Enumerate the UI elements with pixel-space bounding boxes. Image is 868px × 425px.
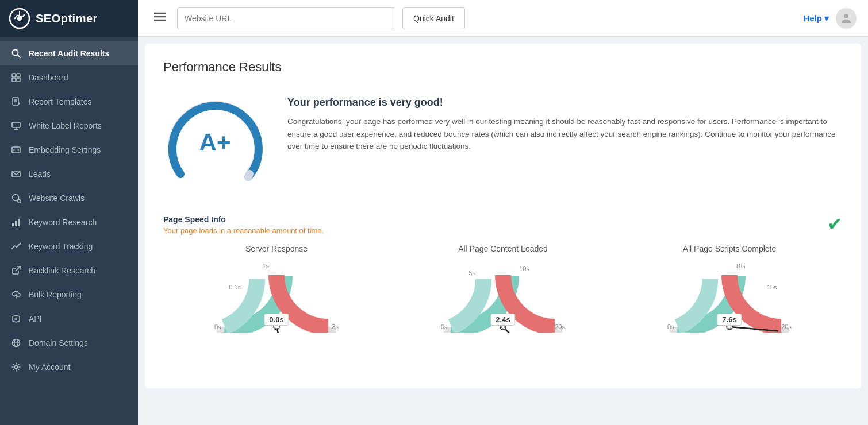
svg-point-28 (15, 366, 18, 369)
sidebar-nav: Recent Audit Results Dashboard Report Te… (0, 37, 138, 425)
svg-point-32 (844, 14, 848, 18)
logo-area[interactable]: SEOptimer (0, 0, 138, 37)
svg-line-23 (16, 266, 20, 271)
svg-text:{}: {} (14, 317, 17, 320)
svg-text:10s: 10s (735, 262, 746, 269)
gauge-wrap-server-response: 0s0.5s1s3s 0.0s (213, 258, 340, 333)
sidebar-item-label: API (29, 314, 42, 323)
sidebar-item-label: Embedding Settings (29, 145, 101, 154)
grade-circle: A+ (163, 91, 267, 194)
gauge-title-server-response: Server Response (245, 244, 308, 253)
svg-rect-15 (12, 171, 20, 177)
logo-text: SEOptimer (36, 12, 98, 25)
mail-icon (10, 168, 22, 180)
svg-text:1s: 1s (262, 262, 269, 269)
sidebar-item-my-account[interactable]: My Account (0, 355, 138, 379)
sidebar-item-domain-settings[interactable]: Domain Settings (0, 331, 138, 355)
svg-text:10s: 10s (519, 265, 529, 272)
sidebar-item-label: Report Templates (29, 97, 91, 106)
tracking-icon (10, 241, 22, 252)
sidebar-item-dashboard[interactable]: Dashboard (0, 65, 138, 90)
performance-headline: Your performance is very good! (287, 96, 843, 109)
performance-description: Congratulations, your page has performed… (287, 115, 843, 153)
svg-line-18 (20, 202, 21, 203)
gauge-title-page-scripts: All Page Scripts Complete (683, 244, 777, 253)
hamburger-button[interactable] (149, 7, 170, 29)
quick-audit-button[interactable]: Quick Audit (402, 7, 465, 29)
checkmark-icon: ✔ (827, 215, 843, 233)
gauge-wrap-page-content: 0s5s10s20s 2.4s (440, 258, 566, 333)
sidebar-item-label: Website Crawls (29, 194, 85, 203)
svg-text:20s: 20s (781, 323, 792, 330)
gauge-value-server-response: 0.0s (264, 314, 289, 326)
sidebar-item-label: Recent Audit Results (29, 49, 109, 58)
sidebar-item-label: Dashboard (29, 73, 68, 82)
sidebar-item-bulk-reporting[interactable]: Bulk Reporting (0, 283, 138, 307)
svg-text:0s: 0s (667, 323, 674, 330)
svg-text:20s: 20s (555, 323, 565, 330)
sidebar-item-website-crawls[interactable]: Website Crawls (0, 186, 138, 210)
main-area: Quick Audit Help ▾ Performance Results (138, 0, 868, 425)
sidebar-item-report-templates[interactable]: Report Templates (0, 90, 138, 114)
search-icon (10, 48, 22, 59)
gauge-wrap-page-scripts: 0s10s15s20s 7.6s (666, 258, 793, 333)
globe-icon (10, 337, 22, 349)
sidebar-item-keyword-tracking[interactable]: Keyword Tracking (0, 234, 138, 258)
sidebar-item-api[interactable]: {} API (0, 307, 138, 331)
globe-search-icon (10, 192, 22, 204)
user-avatar[interactable] (836, 8, 857, 29)
gear-icon (10, 361, 22, 373)
svg-text:5s: 5s (468, 269, 475, 276)
sidebar-item-label: My Account (29, 362, 70, 372)
gauge-page-scripts: All Page Scripts Complete 0s10s15s20s 7.… (616, 244, 843, 333)
monitor-icon (10, 120, 22, 132)
svg-rect-19 (12, 223, 14, 226)
help-button[interactable]: Help ▾ (803, 13, 829, 24)
content-area: Performance Results A+ You (138, 37, 868, 425)
svg-rect-4 (12, 74, 16, 77)
seoptimer-logo-icon (9, 8, 30, 29)
svg-point-1 (17, 16, 22, 21)
svg-text:0.5s: 0.5s (229, 284, 241, 291)
page-speed-title: Page Speed Info (163, 215, 324, 224)
gauge-value-page-scripts: 7.6s (717, 314, 742, 326)
sidebar-item-white-label[interactable]: White Label Reports (0, 114, 138, 138)
page-speed-subtitle: Your page loads in a reasonable amount o… (163, 226, 324, 235)
cloud-upload-icon (10, 289, 22, 300)
content-inner: Performance Results A+ You (145, 44, 861, 388)
sidebar-item-backlink-research[interactable]: Backlink Research (0, 258, 138, 283)
page-title: Performance Results (163, 60, 843, 75)
page-speed-section: Page Speed Info Your page loads in a rea… (163, 215, 843, 333)
svg-rect-21 (18, 219, 20, 226)
svg-rect-20 (15, 221, 17, 226)
svg-text:3s: 3s (332, 323, 339, 330)
svg-rect-6 (12, 78, 16, 82)
url-input[interactable] (177, 7, 395, 29)
sidebar-item-label: Bulk Reporting (29, 290, 82, 299)
gauge-server-response: Server Response 0s0.5s1s3s 0.0s (163, 244, 390, 333)
sidebar-item-embedding[interactable]: Embedding Settings (0, 138, 138, 162)
performance-top: A+ Your performance is very good! Congra… (163, 91, 843, 194)
performance-text: Your performance is very good! Congratul… (287, 91, 843, 153)
hamburger-icon (154, 12, 166, 21)
api-icon: {} (10, 313, 22, 324)
sidebar-item-recent-audit[interactable]: Recent Audit Results (0, 41, 138, 65)
link-out-icon (10, 265, 22, 276)
svg-text:15s: 15s (767, 284, 777, 291)
gauge-page-content: All Page Content Loaded 0s5s10s20s 2.4s (390, 244, 616, 333)
sidebar-item-keyword-research[interactable]: Keyword Research (0, 210, 138, 234)
sidebar-item-label: Keyword Tracking (29, 242, 93, 251)
gauge-title-page-content: All Page Content Loaded (458, 244, 548, 253)
gauge-value-page-content: 2.4s (490, 314, 515, 326)
sidebar-item-leads[interactable]: Leads (0, 162, 138, 186)
gauges-row: Server Response 0s0.5s1s3s 0.0sAll Page … (163, 244, 843, 333)
embed-icon (10, 144, 22, 156)
sidebar-item-label: White Label Reports (29, 121, 102, 130)
sidebar-item-label: Leads (29, 169, 51, 179)
svg-text:0s: 0s (441, 323, 448, 330)
sidebar: SEOptimer Recent Audit Results Dashboard… (0, 0, 138, 425)
svg-rect-11 (12, 122, 20, 128)
svg-text:0s: 0s (214, 323, 221, 330)
svg-rect-5 (17, 74, 20, 77)
grade-label: A+ (199, 129, 231, 156)
